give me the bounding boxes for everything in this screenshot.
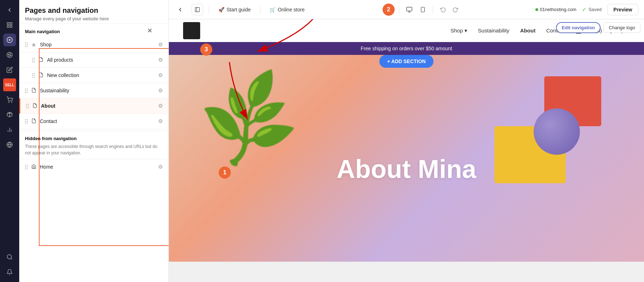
svg-rect-0 (7, 22, 9, 24)
drag-handle-sustainability (25, 88, 28, 93)
contact-label: Contact (40, 118, 154, 124)
menu-icon: ≡ (31, 42, 37, 48)
site-navbar: Shop ▾ Sustainability About Contact Cart… (169, 19, 644, 42)
start-guide-btn[interactable]: 🚀 Start guide (215, 5, 254, 15)
hero-section: 🌿 About Mina (169, 55, 644, 262)
panel-subtitle: Manage every page of your website here (25, 16, 163, 21)
shop-nav-link[interactable]: Shop ▾ (451, 27, 467, 34)
palette-button[interactable] (3, 48, 16, 61)
nav-item-new-collection[interactable]: New collection ⚙ (19, 68, 168, 83)
nav-item-shop[interactable]: ≡ Shop ⚙ (19, 37, 168, 52)
drag-handle-new-collection (32, 73, 35, 78)
home-settings[interactable]: ⚙ (157, 163, 164, 171)
toolbar-center: 2 (314, 4, 529, 16)
shop-label: Shop (40, 42, 154, 47)
svg-rect-3 (10, 26, 12, 27)
plugins-button[interactable] (3, 108, 16, 121)
drag-handle-all-products (32, 58, 35, 62)
online-store-label: Online store (278, 7, 305, 12)
layout-toggle-button[interactable] (3, 19, 16, 31)
hero-text: About Mina (337, 154, 476, 184)
hidden-section-title: Hidden from navigation (25, 136, 163, 141)
online-dot (535, 8, 538, 11)
search-button[interactable] (3, 251, 16, 263)
notifications-button[interactable] (3, 266, 16, 278)
shop-settings[interactable]: ⚙ (157, 41, 164, 48)
hosting-name: 01nethosting.com (540, 7, 577, 12)
translate-button[interactable] (3, 138, 16, 151)
svg-rect-1 (10, 22, 12, 24)
toolbar-divider-3 (399, 5, 399, 14)
top-toolbar: 🚀 Start guide 🛒 Online store 2 (169, 0, 644, 19)
page-icon-contact (31, 118, 37, 124)
contact-settings[interactable]: ⚙ (157, 117, 164, 125)
edit-navigation-button[interactable]: Edit navigation (556, 22, 601, 33)
pages-nav-button[interactable] (3, 34, 16, 46)
about-nav-link[interactable]: About (520, 27, 535, 34)
nav-item-home[interactable]: Home ⚙ (19, 159, 168, 174)
home-icon (31, 164, 37, 170)
about-settings[interactable]: ⚙ (157, 102, 164, 110)
add-section-bar: + ADD SECTION (379, 55, 433, 68)
panel-header: Pages and navigation Manage every page o… (19, 0, 168, 24)
site-logo (183, 22, 200, 39)
hero-ball-decoration (534, 108, 580, 155)
check-icon: ✓ (582, 6, 587, 13)
sustainability-settings[interactable]: ⚙ (157, 87, 164, 94)
sidebar-toggle-button[interactable] (192, 4, 203, 15)
shop-dropdown-icon: ▾ (464, 27, 467, 34)
edit-button[interactable] (3, 63, 16, 76)
svg-point-20 (7, 255, 11, 259)
svg-point-11 (9, 56, 9, 56)
svg-rect-24 (406, 7, 412, 11)
back-button[interactable] (3, 4, 16, 16)
website-preview: Shop ▾ Sustainability About Contact Cart… (169, 19, 644, 282)
rocket-icon: 🚀 (218, 7, 224, 12)
toolbar-divider-2 (260, 5, 260, 14)
back-nav-button[interactable] (175, 4, 186, 15)
step-1-annotation: 1 (219, 166, 231, 179)
page-icon-all-products (38, 57, 44, 63)
drag-handle-home (25, 165, 28, 169)
hosting-badge: 01nethosting.com (535, 7, 577, 12)
step-2-badge: 2 (383, 4, 395, 16)
change-logo-button[interactable]: Change logo (603, 22, 640, 33)
add-section-button[interactable]: + ADD SECTION (379, 55, 433, 68)
analytics-button[interactable] (3, 123, 16, 136)
about-label: About (41, 103, 154, 109)
all-products-settings[interactable]: ⚙ (157, 56, 164, 64)
cart-button[interactable] (3, 93, 16, 106)
hidden-section-desc: These pages are accessible through searc… (25, 143, 163, 156)
saved-label: Saved (588, 7, 602, 12)
panel-body: Main navigation ≡ Shop ⚙ All products (19, 24, 168, 282)
sell-badge[interactable]: SELL (3, 78, 16, 91)
device-switcher (404, 4, 429, 15)
nav-item-all-products[interactable]: All products ⚙ (19, 52, 168, 68)
svg-rect-22 (195, 7, 199, 12)
svg-point-8 (8, 54, 9, 55)
nav-item-about[interactable]: About ⚙ (19, 98, 168, 114)
undo-button[interactable] (437, 4, 449, 15)
cart-icon: 🛒 (270, 7, 276, 12)
saved-badge: ✓ Saved (582, 6, 602, 13)
svg-rect-2 (7, 26, 9, 27)
online-store-btn[interactable]: 🛒 Online store (266, 5, 308, 15)
new-collection-label: New collection (47, 72, 154, 78)
redo-button[interactable] (450, 4, 461, 15)
nav-item-sustainability[interactable]: Sustainability ⚙ (19, 83, 168, 98)
svg-point-7 (7, 52, 12, 58)
new-collection-settings[interactable]: ⚙ (157, 71, 164, 79)
left-sidebar: SELL (0, 0, 19, 282)
mobile-icon[interactable] (417, 4, 429, 15)
preview-button[interactable]: Preview (607, 4, 638, 15)
home-label: Home (40, 164, 154, 170)
sustainability-nav-link[interactable]: Sustainability (478, 27, 509, 34)
desktop-icon[interactable] (404, 4, 415, 15)
nav-item-contact[interactable]: Contact ⚙ (19, 114, 168, 129)
drag-handle-about (26, 104, 29, 108)
panel-close-button[interactable]: ✕ (145, 26, 155, 36)
pages-panel: Pages and navigation Manage every page o… (19, 0, 169, 282)
sustainability-label: Sustainability (40, 88, 154, 93)
svg-point-10 (10, 55, 11, 56)
toolbar-divider-4 (433, 5, 433, 14)
